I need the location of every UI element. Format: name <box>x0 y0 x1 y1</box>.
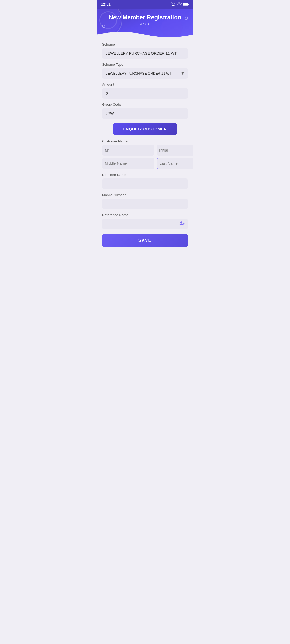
initial-input[interactable] <box>157 145 193 156</box>
nominee-name-input[interactable] <box>102 178 188 189</box>
reference-name-label: Reference Name <box>102 213 188 217</box>
scheme-type-select[interactable]: JEWELLERY PURCHASE ORDER 11 WT <box>102 68 188 79</box>
scheme-type-group: Scheme Type JEWELLERY PURCHASE ORDER 11 … <box>102 63 188 79</box>
scheme-group: Scheme <box>102 42 188 59</box>
title-input[interactable] <box>102 145 154 156</box>
middle-name-input[interactable] <box>102 158 154 169</box>
page-title: New Member Registration <box>101 14 189 21</box>
status-icons <box>171 2 189 6</box>
scheme-label: Scheme <box>102 42 188 46</box>
reference-name-group: Reference Name <box>102 213 188 229</box>
customer-name-label: Customer Name <box>102 139 188 143</box>
scheme-type-label: Scheme Type <box>102 63 188 67</box>
svg-rect-4 <box>188 4 189 5</box>
mobile-number-label: Mobile Number <box>102 193 188 197</box>
form-container: Scheme Scheme Type JEWELLERY PURCHASE OR… <box>97 40 193 253</box>
reference-input-wrapper <box>102 219 188 229</box>
header: New Member Registration V : 6.0 <box>97 9 193 40</box>
nominee-name-group: Nominee Name <box>102 173 188 189</box>
group-code-label: Group Code <box>102 103 188 107</box>
status-bar: 12:51 <box>97 0 193 9</box>
save-button[interactable]: SAVE <box>102 234 188 247</box>
amount-group: Amount <box>102 82 188 99</box>
enquiry-customer-button[interactable]: ENQUIRY CUSTOMER <box>113 123 178 135</box>
page-version: V : 6.0 <box>101 22 189 26</box>
reference-name-input[interactable] <box>102 219 188 229</box>
wifi-icon <box>177 2 182 6</box>
amount-input[interactable] <box>102 88 188 99</box>
last-name-input[interactable] <box>157 158 193 169</box>
scheme-input[interactable] <box>102 48 188 59</box>
nominee-name-label: Nominee Name <box>102 173 188 177</box>
battery-icon <box>183 3 189 6</box>
customer-name-group: Customer Name <box>102 139 188 169</box>
header-wave <box>97 29 193 40</box>
svg-rect-3 <box>183 3 188 5</box>
customer-name-row2 <box>102 158 188 169</box>
status-time: 12:51 <box>101 2 111 6</box>
customer-name-row1 <box>102 145 188 156</box>
svg-point-1 <box>179 6 179 6</box>
group-code-group: Group Code <box>102 103 188 119</box>
mobile-number-input[interactable] <box>102 199 188 209</box>
mute-icon <box>171 2 175 6</box>
group-code-input[interactable] <box>102 108 188 119</box>
scheme-type-select-wrapper: JEWELLERY PURCHASE ORDER 11 WT ▼ <box>102 68 188 79</box>
mobile-number-group: Mobile Number <box>102 193 188 209</box>
amount-label: Amount <box>102 82 188 86</box>
